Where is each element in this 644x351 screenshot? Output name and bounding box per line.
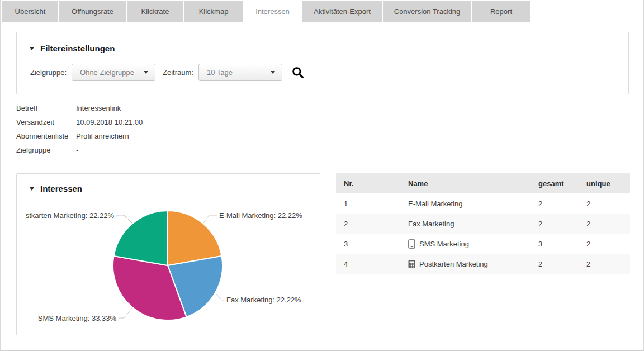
table-row: 1 E-Mail Marketing 2 2 — [336, 193, 630, 214]
zeitraum-select[interactable]: 10 Tage — [198, 64, 282, 81]
collapse-caret-icon[interactable] — [30, 47, 34, 50]
cell-gesamt: 2 — [538, 260, 586, 268]
info-row: Versandzeit 10.09.2018 10:21:00 — [16, 118, 143, 132]
cell-nr: 3 — [336, 240, 408, 248]
mailing-info: Betreff Interessenlink Versandzeit 10.09… — [16, 104, 143, 160]
pie-slice-postkarten — [114, 211, 168, 265]
cell-unique: 2 — [586, 200, 630, 208]
info-value: 10.09.2018 10:21:00 — [76, 118, 143, 132]
filter-panel-header: Filtereinstellungen — [17, 32, 628, 53]
zielgruppe-select-value: Ohne Zielgruppe — [80, 68, 134, 77]
cell-nr: 4 — [336, 260, 408, 268]
tab-uebersicht[interactable]: Übersicht — [2, 1, 58, 22]
tab-aktivitaeten-export[interactable]: Aktivitäten-Export — [302, 1, 382, 22]
info-value: Profil anreichern — [76, 132, 129, 146]
info-value: Interessenlink — [76, 104, 121, 118]
pie-leader-line — [215, 293, 224, 300]
tab-klickmap[interactable]: Klickmap — [184, 1, 243, 22]
col-header-nr: Nr. — [336, 179, 408, 188]
cell-name: Fax Marketing — [408, 220, 454, 228]
col-header-name: Name — [408, 179, 538, 188]
smartphone-icon — [408, 239, 415, 249]
interests-panel: Interessen stkarten Marketing: 22.22% E-… — [16, 173, 320, 335]
cell-nr: 1 — [336, 200, 408, 208]
info-label: Betreff — [16, 104, 76, 118]
info-label: Zielgruppe — [16, 146, 76, 160]
tab-report[interactable]: Report — [472, 1, 530, 22]
cell-gesamt: 2 — [538, 200, 586, 208]
tab-oeffnungsrate[interactable]: Öffnungsrate — [59, 1, 126, 22]
col-header-gesamt: gesamt — [538, 179, 586, 188]
table-row: 4 Postkarten Marketing 2 2 — [336, 254, 630, 274]
zielgruppe-label: Zielgruppe: — [30, 68, 67, 77]
cell-unique: 2 — [586, 220, 630, 228]
page: Übersicht Öffnungsrate Klickrate Klickma… — [0, 0, 644, 351]
cell-name: E-Mail Marketing — [408, 200, 463, 208]
cell-gesamt: 2 — [538, 220, 586, 228]
pie-leader-line — [119, 307, 132, 318]
cell-unique: 2 — [586, 240, 630, 248]
chevron-down-icon — [271, 71, 275, 74]
zielgruppe-select[interactable]: Ohne Zielgruppe — [72, 64, 155, 81]
table-row: 2 Fax Marketing 2 2 — [336, 214, 630, 234]
pie-label-sms: SMS Marketing: 33.33% — [38, 314, 117, 322]
cell-name: Postkarten Marketing — [419, 260, 488, 268]
info-row: Betreff Interessenlink — [16, 104, 143, 118]
cell-unique: 2 — [586, 260, 630, 268]
search-button[interactable] — [292, 67, 304, 79]
table-header-row: Nr. Name gesamt unique — [336, 173, 630, 193]
tab-interessen[interactable]: Interessen — [244, 1, 301, 22]
pie-label-email: E-Mail Marketing: 22.22% — [219, 211, 302, 220]
cell-name: SMS Marketing — [419, 240, 469, 248]
pie-leader-line — [203, 215, 217, 224]
info-row: Abonnentenliste Profil anreichern — [16, 132, 143, 146]
filter-controls: Zielgruppe: Ohne Zielgruppe Zeitraum: 10… — [30, 64, 304, 81]
filter-panel: Filtereinstellungen Zielgruppe: Ohne Zie… — [16, 32, 629, 94]
chevron-down-icon — [144, 71, 148, 74]
info-label: Versandzeit — [16, 118, 76, 132]
pie-label-fax: Fax Marketing: 22.22% — [226, 296, 301, 304]
search-icon — [292, 67, 304, 79]
info-label: Abonnentenliste — [16, 132, 76, 146]
col-header-unique: unique — [586, 179, 630, 188]
zeitraum-label: Zeitraum: — [163, 68, 193, 77]
cell-gesamt: 3 — [538, 240, 586, 248]
tab-klickrate[interactable]: Klickrate — [127, 1, 183, 22]
keypad-icon — [408, 260, 415, 268]
info-row: Zielgruppe - — [16, 146, 143, 160]
filter-panel-title: Filtereinstellungen — [40, 44, 115, 53]
pie-leader-line — [116, 215, 132, 224]
interests-table: Nr. Name gesamt unique 1 E-Mail Marketin… — [336, 173, 630, 274]
table-row: 3 SMS Marketing 3 2 — [336, 234, 630, 254]
interests-pie-chart: stkarten Marketing: 22.22% E-Mail Market… — [17, 174, 320, 335]
zeitraum-select-value: 10 Tage — [207, 68, 233, 77]
info-value: - — [76, 146, 78, 160]
pie-label-postkarten: stkarten Marketing: 22.22% — [26, 211, 115, 220]
cell-nr: 2 — [336, 220, 408, 228]
tab-conversion-tracking[interactable]: Conversion Tracking — [383, 1, 471, 22]
tab-bar: Übersicht Öffnungsrate Klickrate Klickma… — [2, 1, 530, 22]
